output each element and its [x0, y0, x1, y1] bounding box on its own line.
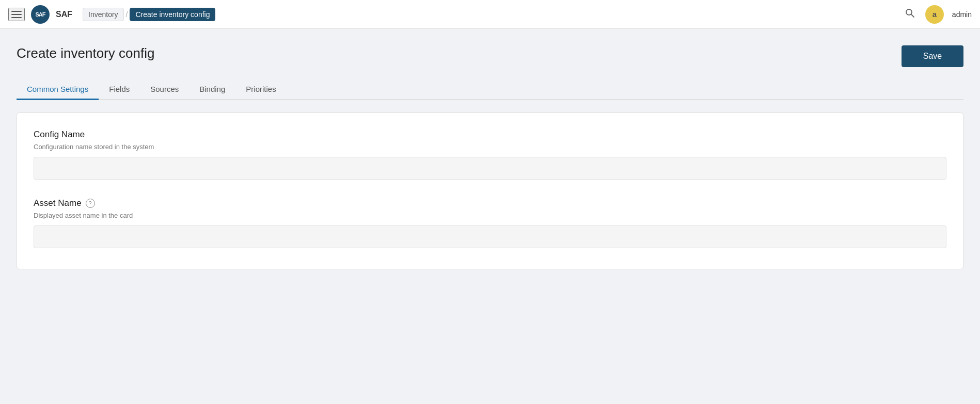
- tab-priorities[interactable]: Priorities: [235, 79, 286, 100]
- asset-name-input[interactable]: [34, 225, 946, 248]
- tab-fields[interactable]: Fields: [99, 79, 140, 100]
- hamburger-menu-button[interactable]: [8, 8, 25, 21]
- breadcrumb-separator: /: [126, 10, 128, 19]
- config-name-input[interactable]: [34, 157, 946, 180]
- tab-common-settings[interactable]: Common Settings: [17, 79, 99, 100]
- search-button[interactable]: [903, 6, 917, 23]
- tabs-container: Common Settings Fields Sources Binding P…: [17, 79, 963, 100]
- nav-left: SAF SAF Inventory / Create inventory con…: [8, 5, 903, 24]
- svg-line-1: [911, 14, 914, 17]
- asset-name-description: Displayed asset name in the card: [34, 212, 946, 219]
- asset-name-section: Asset Name ? Displayed asset name in the…: [34, 198, 946, 248]
- page-container: Create inventory config Save Common Sett…: [0, 29, 980, 269]
- config-name-section: Config Name Configuration name stored in…: [34, 130, 946, 180]
- config-name-description: Configuration name stored in the system: [34, 143, 946, 151]
- search-icon: [905, 8, 915, 18]
- svg-point-0: [906, 9, 912, 15]
- asset-name-label: Asset Name ?: [34, 198, 946, 208]
- brand-name: SAF: [56, 10, 72, 19]
- form-card: Config Name Configuration name stored in…: [17, 112, 963, 269]
- admin-name-label: admin: [952, 10, 972, 19]
- tab-binding[interactable]: Binding: [189, 79, 235, 100]
- tab-sources[interactable]: Sources: [140, 79, 189, 100]
- breadcrumb: Inventory / Create inventory config: [83, 8, 215, 21]
- page-header: Create inventory config Save: [17, 45, 963, 67]
- breadcrumb-create-config[interactable]: Create inventory config: [130, 8, 215, 21]
- save-button[interactable]: Save: [902, 45, 963, 67]
- asset-name-help-icon[interactable]: ?: [86, 199, 95, 208]
- page-title: Create inventory config: [17, 45, 154, 61]
- avatar[interactable]: a: [925, 5, 944, 24]
- config-name-label: Config Name: [34, 130, 946, 140]
- brand-logo: SAF: [31, 5, 50, 24]
- nav-right: a admin: [903, 5, 972, 24]
- breadcrumb-inventory[interactable]: Inventory: [83, 8, 124, 21]
- top-navigation: SAF SAF Inventory / Create inventory con…: [0, 0, 980, 29]
